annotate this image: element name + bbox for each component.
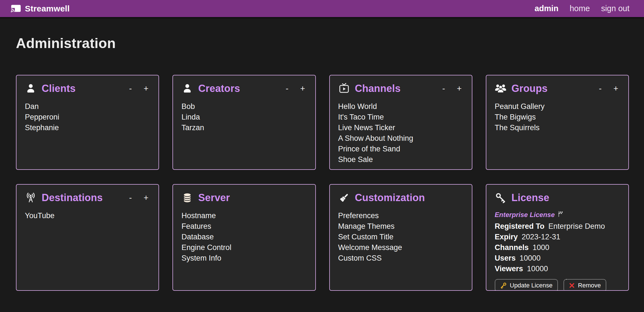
page-title: Administration	[16, 35, 644, 51]
clients-list: Dan Pepperoni Stephanie	[25, 101, 150, 133]
list-item[interactable]: Hostname	[181, 210, 307, 221]
creators-list: Bob Linda Tarzan	[181, 101, 307, 133]
list-item[interactable]: Custom CSS	[338, 253, 463, 263]
license-field-label: Viewers	[495, 265, 523, 273]
card-groups: Groups - + Peanut Gallery The Bigwigs Th…	[486, 75, 629, 170]
remove-label: Remove	[578, 282, 601, 289]
license-row: Channels1000	[495, 242, 620, 253]
nav-home[interactable]: home	[570, 4, 590, 13]
brand-name: Streamwell	[25, 4, 70, 13]
card-server-header: Server	[181, 192, 307, 204]
decrement-button[interactable]: -	[129, 84, 132, 93]
card-destinations-header: Destinations - +	[25, 192, 150, 204]
card-title: Channels	[355, 83, 401, 94]
list-item[interactable]: Database	[181, 232, 307, 242]
card-channels-header: Channels - +	[338, 83, 463, 94]
remove-license-button[interactable]: Remove	[564, 279, 606, 291]
channels-list: Hello World It's Taco Time Live News Tic…	[338, 101, 463, 165]
license-buttons: Update License Remove	[495, 279, 620, 291]
license-field-label: Registered To	[495, 222, 544, 230]
server-list: Hostname Features Database Engine Contro…	[181, 210, 307, 263]
license-field-value: 10000	[527, 265, 548, 273]
list-item[interactable]: Shoe Sale	[338, 154, 463, 165]
card-title: Groups	[512, 83, 548, 94]
brush-icon	[338, 192, 350, 203]
list-item[interactable]: Bob	[181, 101, 307, 112]
users-icon	[495, 83, 506, 94]
card-title: Customization	[355, 192, 425, 204]
card-title: Clients	[42, 83, 75, 94]
license-row: Users10000	[495, 253, 620, 263]
checkered-flag-icon	[558, 211, 564, 219]
decrement-button[interactable]: -	[442, 84, 445, 93]
person-icon	[181, 83, 193, 94]
list-item[interactable]: Peanut Gallery	[495, 101, 620, 112]
card-grid: Clients - + Dan Pepperoni Stephanie Crea…	[0, 75, 644, 291]
card-clients: Clients - + Dan Pepperoni Stephanie	[16, 75, 159, 170]
license-field-value: 1000	[532, 243, 549, 252]
key-emoji-icon	[500, 282, 507, 289]
card-clients-header: Clients - +	[25, 83, 150, 94]
increment-button[interactable]: +	[144, 84, 149, 93]
decrement-button[interactable]: -	[129, 194, 132, 202]
list-item[interactable]: Hello World	[338, 101, 463, 112]
license-row: Expiry2023-12-31	[495, 232, 620, 242]
list-item[interactable]: Engine Control	[181, 242, 307, 253]
list-item[interactable]: Features	[181, 221, 307, 232]
list-item[interactable]: The Squirrels	[495, 122, 620, 133]
list-item[interactable]: Pepperoni	[25, 112, 150, 122]
license-field-value: 10000	[520, 254, 541, 262]
groups-list: Peanut Gallery The Bigwigs The Squirrels	[495, 101, 620, 133]
list-item[interactable]: Welcome Message	[338, 242, 463, 253]
list-item[interactable]: Dan	[25, 101, 150, 112]
card-title: License	[512, 192, 549, 204]
license-fields: Registered ToEnterprise Demo Expiry2023-…	[495, 221, 620, 274]
list-item[interactable]: It's Taco Time	[338, 112, 463, 122]
list-item[interactable]: Linda	[181, 112, 307, 122]
list-item[interactable]: Stephanie	[25, 122, 150, 133]
person-icon	[25, 83, 37, 94]
license-row: Viewers10000	[495, 263, 620, 274]
license-row: Registered ToEnterprise Demo	[495, 221, 620, 232]
increment-button[interactable]: +	[144, 194, 149, 202]
list-item[interactable]: Set Custom Title	[338, 232, 463, 242]
card-customization-header: Customization	[338, 192, 463, 204]
list-item[interactable]: Preferences	[338, 210, 463, 221]
list-item[interactable]: Tarzan	[181, 122, 307, 133]
list-item[interactable]: System Info	[181, 253, 307, 263]
license-tier: Enterprise License	[495, 211, 620, 219]
list-item[interactable]: Prince of the Sand	[338, 144, 463, 154]
card-channels: Channels - + Hello World It's Taco Time …	[329, 75, 472, 170]
key-icon	[495, 192, 506, 203]
card-creators: Creators - + Bob Linda Tarzan	[172, 75, 316, 170]
nav-sign-out[interactable]: sign out	[601, 4, 629, 13]
license-field-value: 2023-12-31	[522, 233, 560, 241]
list-item[interactable]: Live News Ticker	[338, 122, 463, 133]
nav-admin[interactable]: admin	[534, 4, 558, 13]
list-item[interactable]: A Show About Nothing	[338, 133, 463, 144]
card-customization: Customization Preferences Manage Themes …	[329, 184, 472, 291]
increment-button[interactable]: +	[300, 84, 305, 93]
list-item[interactable]: The Bigwigs	[495, 112, 620, 122]
card-license-header: License	[495, 192, 620, 204]
decrement-button[interactable]: -	[599, 84, 602, 93]
card-title: Server	[198, 192, 230, 204]
decrement-button[interactable]: -	[286, 84, 288, 93]
increment-button[interactable]: +	[613, 84, 618, 93]
update-license-button[interactable]: Update License	[495, 279, 558, 291]
x-emoji-icon	[569, 282, 575, 289]
database-icon	[181, 192, 193, 203]
card-license: License Enterprise License Registered To…	[486, 184, 629, 291]
license-field-label: Expiry	[495, 233, 518, 241]
brand[interactable]: Streamwell	[10, 4, 70, 13]
list-item[interactable]: YouTube	[25, 210, 150, 221]
card-groups-header: Groups - +	[495, 83, 620, 94]
increment-button[interactable]: +	[457, 84, 462, 93]
list-item[interactable]: Manage Themes	[338, 221, 463, 232]
card-server: Server Hostname Features Database Engine…	[172, 184, 316, 291]
customization-list: Preferences Manage Themes Set Custom Tit…	[338, 210, 463, 263]
license-field-value: Enterprise Demo	[548, 222, 605, 230]
license-field-label: Users	[495, 254, 516, 262]
update-license-label: Update License	[510, 282, 553, 289]
broadcast-tower-icon	[25, 192, 37, 203]
